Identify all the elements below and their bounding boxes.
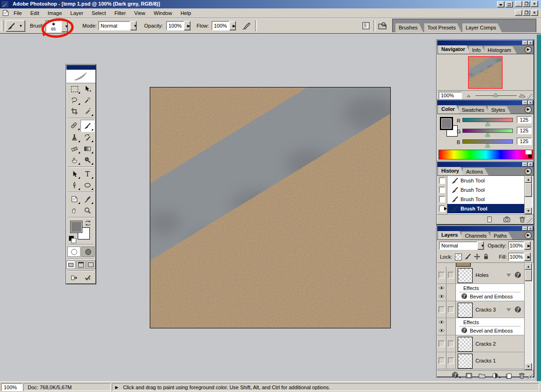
dodge-tool-button[interactable] [81,154,94,166]
channel-r-thumb[interactable] [485,122,490,126]
navigator-title-bar[interactable]: − × [437,40,534,45]
menu-layer[interactable]: Layer [66,9,88,17]
blend-mode-dropdown-arrow[interactable]: ▼ [477,241,484,250]
quick-mask-mode-button[interactable] [81,247,95,257]
close-button[interactable]: × [531,1,538,7]
layer-thumbnail[interactable] [458,354,473,369]
eye-icon[interactable] [438,285,445,291]
layer-row[interactable]: Holes ƒ [437,267,524,283]
channel-g-thumb[interactable] [485,133,490,137]
menu-select[interactable]: Select [88,9,110,17]
healing-brush-tool-button[interactable] [67,120,80,131]
move-tool-button[interactable] [81,83,94,94]
tab-brushes[interactable]: Brushes [395,23,423,32]
add-layer-mask-icon[interactable] [465,372,473,379]
palette-close-icon[interactable]: × [528,41,533,45]
marquee-tool-button[interactable] [68,83,81,94]
bevel-emboss-row[interactable]: ƒ Bevel and Emboss [437,292,524,301]
scrollbar-thumb[interactable] [525,183,532,197]
layers-title-bar[interactable]: − × [437,226,534,231]
smudge-tool-button[interactable] [68,154,81,166]
layers-scrollbar[interactable]: ▲ ▼ [524,263,532,370]
history-state-row[interactable]: Brush Tool [437,176,524,185]
palette-minimize-icon[interactable]: − [522,101,527,105]
tool-preset-picker[interactable]: ▼ [6,20,25,32]
new-document-from-state-icon[interactable] [486,216,493,223]
palette-minimize-icon[interactable]: − [522,162,527,167]
eye-icon[interactable] [438,327,445,334]
channel-b-slider[interactable] [462,139,513,144]
slice-tool-button[interactable] [81,106,94,117]
tab-paths[interactable]: Paths [490,232,512,240]
brush-size-preview[interactable]: 65 [45,20,61,32]
standard-screen-button[interactable] [66,261,75,269]
menu-edit[interactable]: Edit [26,9,44,17]
eyedropper-tool-button[interactable] [81,194,94,205]
tab-actions[interactable]: Actions [463,168,489,175]
history-title-bar[interactable]: − × [437,162,534,167]
toggle-palettes-icon[interactable] [361,21,371,30]
palette-menu-icon[interactable]: ▶ [525,46,532,53]
language-bar-icon[interactable]: ◂▸ [497,1,504,7]
navigator-zoom-input[interactable]: 100% [439,92,462,99]
blend-mode-select[interactable]: Normal [98,21,130,30]
layer-row[interactable]: Cracks 1 [437,352,524,369]
scrollbar-thumb[interactable] [525,270,532,281]
palette-minimize-icon[interactable]: − [522,226,527,231]
tab-layer-comps[interactable]: Layer Comps [462,23,502,32]
color-title-bar[interactable]: − × [437,100,534,105]
resize-grip[interactable] [527,94,533,100]
hint-arrow-icon[interactable]: ▶ [115,385,118,390]
tab-layers[interactable]: Layers [438,231,463,240]
layers-fill-input[interactable]: 100% [508,253,524,261]
history-brush-tool-button[interactable] [81,132,94,143]
file-browser-icon[interactable] [377,21,387,30]
edit-in-imageready-button[interactable] [68,273,81,282]
tab-tool-presets[interactable]: Tool Presets [424,23,461,32]
tab-styles[interactable]: Styles [488,106,511,114]
doc-restore-button[interactable]: ❐ [523,10,530,16]
lock-position-icon[interactable] [474,253,481,260]
foreground-swatch[interactable] [441,118,452,129]
navigator-zoom-slider-thumb[interactable] [493,93,498,97]
doc-minimize-button[interactable]: _ [515,10,522,16]
default-colors-bg-icon[interactable] [71,238,76,243]
doc-close-button[interactable]: × [531,10,538,16]
path-selection-tool-button[interactable] [68,168,81,180]
channel-b-thumb[interactable] [485,144,490,147]
delete-layer-icon[interactable] [518,372,526,379]
crop-tool-button[interactable] [68,106,81,117]
channel-g-slider[interactable] [462,129,513,133]
history-state-row[interactable]: Brush Tool [437,195,524,204]
shape-tool-button[interactable] [81,180,94,191]
document-icon[interactable] [2,9,9,17]
layer-row[interactable]: Cracks 3 ƒ [437,301,524,318]
zoom-in-icon[interactable] [519,92,526,99]
scroll-down-icon[interactable]: ▼ [525,363,532,370]
adjustment-layer-icon[interactable] [491,372,499,379]
new-group-icon[interactable] [478,372,486,379]
history-source-checkbox[interactable] [439,196,445,203]
options-grip[interactable] [1,20,4,31]
channel-b-input[interactable]: 125 [517,138,532,145]
toolbox-drag-bar[interactable] [66,65,95,70]
new-layer-icon[interactable] [505,372,512,379]
palette-minimize-icon[interactable]: − [522,41,527,45]
spectrum-black-swatch[interactable] [528,154,532,158]
flow-input[interactable]: 100% [212,21,229,30]
layer-thumbnail[interactable] [458,337,473,352]
lock-transparency-icon[interactable] [455,254,462,261]
layer-row[interactable]: Cracks 2 [437,335,524,352]
visibility-toggle-empty[interactable] [439,357,445,364]
scroll-down-icon[interactable]: ▼ [525,207,532,214]
scroll-up-icon[interactable]: ▲ [525,176,532,183]
current-tool-check-button[interactable] [81,273,94,282]
palette-menu-icon[interactable]: ▶ [525,106,532,113]
link-toggle-empty[interactable] [448,341,454,347]
layers-opacity-arrow[interactable]: ▶ [524,241,531,250]
resize-grip[interactable] [527,218,533,224]
menu-file[interactable]: File [9,9,26,17]
gradient-tool-button[interactable] [81,143,94,154]
status-zoom-input[interactable]: 100% [1,383,22,391]
palette-menu-icon[interactable]: ▶ [525,168,532,175]
